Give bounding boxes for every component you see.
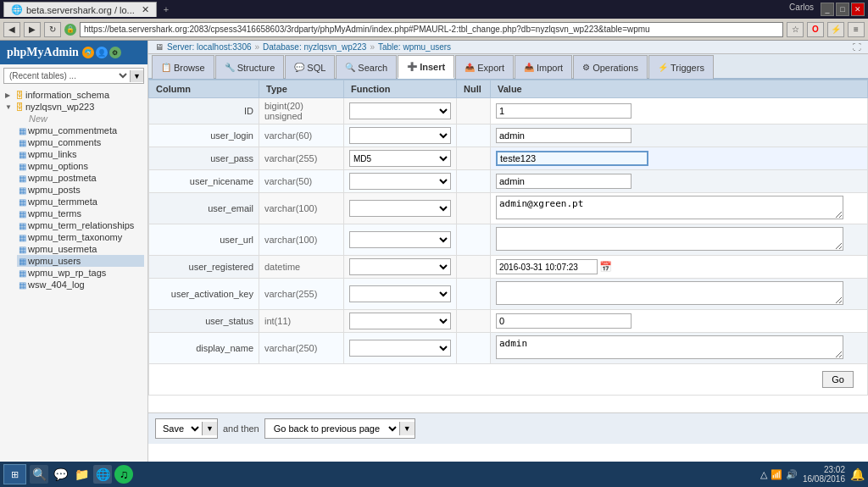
close-button[interactable]: ✕ [851,3,865,16]
export-icon: 📤 [465,63,475,72]
tab-sql[interactable]: 💬 SQL [285,55,335,79]
tab-search[interactable]: 🔍 Search [336,55,397,79]
address-input[interactable] [80,22,783,37]
field-display-name-function-select[interactable] [349,340,451,357]
minimize-button[interactable]: _ [821,3,834,16]
column-header: Column [149,80,259,98]
table-row: user_email varchar(100) admin@xgreen.pt [149,193,868,224]
sidebar-item-wpmu-usermeta[interactable]: ▦ wpmu_usermeta [17,243,144,255]
sidebar-item-wpmu-links[interactable]: ▦ wpmu_links [17,148,144,160]
volume-icon[interactable]: 🔊 [786,469,798,480]
table-label: wpmu_options [28,161,88,171]
tab-triggers[interactable]: ⚡ Triggers [648,55,714,79]
recent-tables-select[interactable]: (Recent tables) ... [4,69,130,83]
save-select[interactable]: Save [156,419,202,438]
tab-export-label: Export [477,63,504,73]
new-tab-btn[interactable]: + [164,4,169,14]
go-back-select[interactable]: Go back to previous page [265,419,399,438]
field-id-type: bigint(20) unsigned [259,98,344,125]
taskbar-chrome-icon[interactable]: 🌐 [93,465,112,484]
tab-export[interactable]: 📤 Export [455,55,514,79]
sidebar-item-wpmu-comments[interactable]: ▦ wpmu_comments [17,136,144,148]
null-header: Null [457,80,491,98]
expand-icon: ▶ [5,91,14,99]
sidebar-item-wpmu-postmeta[interactable]: ▦ wpmu_postmeta [17,172,144,184]
field-user-url-function-select[interactable] [349,231,451,248]
sidebar-item-nyzlqsvn-wp223[interactable]: ▼ 🗄 nyzlqsvn_wp223 [3,101,144,113]
save-dropdown-arrow[interactable]: ▼ [202,422,217,435]
field-user-nicename-label: user_nicename [149,170,259,193]
field-display-name-textarea[interactable]: admin [496,335,843,359]
field-user-email-function [344,193,457,224]
sidebar-item-wpmu-posts[interactable]: ▦ wpmu_posts [17,184,144,196]
field-user-url-textarea[interactable] [496,227,843,251]
field-user-pass-input[interactable] [496,151,648,166]
recent-tables-dropdown[interactable]: (Recent tables) ... ▼ [3,68,144,84]
table-link[interactable]: Table: wpmu_users [378,42,451,52]
sidebar-item-wpmu-term-relationships[interactable]: ▦ wpmu_term_relationships [17,219,144,231]
field-user-activation-key-function-select[interactable] [349,285,451,302]
sidebar-item-information-schema[interactable]: ▶ 🗄 information_schema [3,89,144,101]
menu-icon[interactable]: ≡ [848,22,865,37]
taskbar-clock[interactable]: 23:02 16/08/2016 [803,465,845,484]
field-user-email-function-select[interactable] [349,200,451,217]
taskbar-search-icon[interactable]: 🔍 [30,465,48,484]
sidebar-item-wpmu-wp-rp-tags[interactable]: ▦ wpmu_wp_rp_tags [17,267,144,279]
sidebar-item-wpmu-commentmeta[interactable]: ▦ wpmu_commentmeta [17,125,144,136]
taskbar-spotify-icon[interactable]: ♫ [114,465,133,484]
table-label: wpmu_posts [28,185,81,195]
maximize-button[interactable]: □ [836,3,849,16]
sidebar-item-wpmu-term-taxonomy[interactable]: ▦ wpmu_term_taxonomy [17,231,144,243]
tab-close-icon[interactable]: ✕ [142,4,149,15]
field-user-login-input[interactable] [496,128,632,143]
sidebar-item-new[interactable]: New [17,113,144,125]
network-icon[interactable]: 📶 [771,469,782,480]
fullscreen-icon[interactable]: ⛶ [853,42,861,52]
opera-icon[interactable]: O [807,22,824,37]
field-id-input[interactable] [496,103,632,119]
field-id-label: ID [149,98,259,125]
tab-operations[interactable]: ⚙ Operations [573,55,648,79]
taskbar-cortana-icon[interactable]: 💬 [51,465,70,484]
table-label: wpmu_commentmeta [28,125,117,136]
field-user-nicename-function-select[interactable] [349,173,451,190]
field-user-status-input[interactable] [496,313,632,329]
tab-import[interactable]: 📥 Import [515,55,572,79]
go-button[interactable]: Go [822,371,854,388]
tab-browse[interactable]: 📋 Browse [152,55,214,79]
back-button[interactable]: ◀ [3,22,20,37]
table-label: wsw_404_log [28,279,85,290]
sidebar-item-wsw-404-log[interactable]: ▦ wsw_404_log [17,279,144,291]
field-user-nicename-input[interactable] [496,174,632,189]
field-user-pass-function-select[interactable]: MD5 [349,150,451,167]
sql-icon: 💬 [294,63,304,72]
field-user-login-function-select[interactable] [349,127,451,144]
field-user-email-textarea[interactable]: admin@xgreen.pt [496,196,843,219]
sidebar-item-wpmu-options[interactable]: ▦ wpmu_options [17,160,144,172]
tab-structure[interactable]: 🔧 Structure [215,55,285,79]
bookmark-icon[interactable]: ☆ [787,22,804,37]
field-user-status-function-select[interactable] [349,313,451,329]
calendar-icon[interactable]: 📅 [599,261,612,273]
field-user-registered-input[interactable] [496,259,598,274]
database-link[interactable]: Database: nyzlqsvn_wp223 [263,42,366,52]
form-area: Column Type Function Null Value ID bigin… [148,80,868,487]
start-button[interactable]: ⊞ [3,464,26,484]
browser-tab[interactable]: 🌐 beta.servershark.org / lo... ✕ [3,2,157,17]
server-link[interactable]: Server: localhost:3306 [167,42,252,52]
extensions-icon[interactable]: ⚡ [827,22,844,37]
tray-icon-1[interactable]: △ [760,469,767,480]
refresh-button[interactable]: ↻ [44,22,61,37]
field-user-activation-key-textarea[interactable] [496,281,843,305]
sidebar-item-wpmu-users[interactable]: ▦ wpmu_users [17,255,144,267]
field-id-function-select[interactable] [349,102,451,119]
field-user-status-type: int(11) [259,310,344,333]
sidebar-item-wpmu-termmeta[interactable]: ▦ wpmu_termmeta [17,196,144,208]
go-back-dropdown-arrow[interactable]: ▼ [399,422,415,435]
forward-button[interactable]: ▶ [24,22,41,37]
notifications-icon[interactable]: 🔔 [850,468,865,481]
sidebar-item-wpmu-terms[interactable]: ▦ wpmu_terms [17,208,144,219]
tab-insert[interactable]: ➕ Insert [398,55,454,79]
taskbar-folder-icon[interactable]: 📁 [72,465,91,484]
field-user-registered-function-select[interactable] [349,258,451,275]
